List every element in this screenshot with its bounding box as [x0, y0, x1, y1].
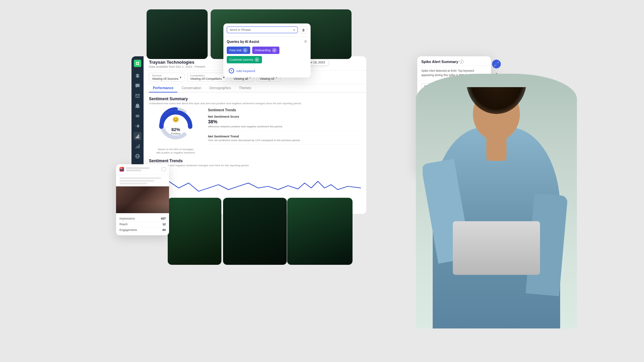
- ai-tag-onboarding[interactable]: Onboarding +: [252, 47, 279, 54]
- ai-tag-free-trial-add[interactable]: +: [243, 48, 248, 53]
- ai-word-phrase-input[interactable]: Word or Phrase ▾: [227, 26, 298, 33]
- sidebar-logo[interactable]: [134, 60, 141, 67]
- donut-text: Positive: [171, 132, 180, 135]
- bg-panel-bottom-center: [223, 198, 287, 265]
- ig-post-image: [116, 186, 169, 213]
- ai-close-button[interactable]: ✕: [304, 39, 307, 44]
- sentiment-trends-title: Sentiment Trends: [208, 108, 361, 112]
- ig-content-line-3: [119, 183, 147, 184]
- ig-impressions-label: Impressions: [119, 217, 135, 220]
- content-area: Sentiment Summary Understand how users f…: [144, 93, 366, 159]
- ig-engagements-label: Engagements: [119, 228, 137, 232]
- ai-tag-onboarding-label: Onboarding: [255, 49, 271, 52]
- ig-header: 📷: [116, 164, 169, 175]
- donut-chart: 😊 82% Positive: [157, 108, 194, 138]
- net-score-value: 38%: [208, 119, 361, 124]
- sidebar-icon-bar-chart[interactable]: [133, 142, 142, 150]
- ig-content-line-1: [119, 177, 161, 179]
- sidebar-icon-list[interactable]: [133, 112, 142, 120]
- net-trend-desc: Your net sentiment score decreased by 11…: [208, 139, 361, 142]
- competitors-label: Competitors: [190, 74, 222, 77]
- ai-tag-customer-journey-add[interactable]: +: [255, 57, 259, 62]
- spike-header: Spike Alert Summary i: [417, 56, 491, 66]
- sentiment-trends-panel: Sentiment Trends Net Sentiment Score 38%…: [208, 108, 361, 155]
- ig-reach-row: Reach 12: [119, 222, 166, 227]
- donut-percent: 82%: [171, 127, 180, 132]
- dashboard-panel: Traysan Technologies Data available from…: [144, 56, 366, 214]
- sources-chevron: ▾: [180, 76, 181, 79]
- competitors-value: Viewing All Competitors: [190, 77, 222, 80]
- ai-popup-body: Queries by AI Assist ✕ Free trial + Onbo…: [223, 37, 311, 77]
- ig-line-2: [126, 170, 141, 171]
- sources-filter[interactable]: Sources Viewing All Sources ▾: [149, 73, 184, 82]
- bg-panel-bottom-left: [168, 198, 221, 265]
- ai-add-keyword-button[interactable]: + Add Keyword: [227, 67, 307, 75]
- ai-tag-customer-journey-label: Customer journey: [229, 58, 253, 61]
- ai-tag-free-trial-label: Free trial: [229, 49, 241, 52]
- ai-delete-button[interactable]: 🗑: [300, 26, 307, 34]
- net-trend-title: Net Sentiment Trend: [208, 134, 361, 138]
- ai-popup-header: Queries by AI Assist ✕: [227, 39, 307, 44]
- ai-add-keyword-circle-icon: +: [229, 68, 234, 73]
- ig-reach-label: Reach: [119, 223, 128, 226]
- bg-panel-bottom-right: [287, 198, 353, 265]
- sidebar-icon-bell[interactable]: [133, 102, 142, 110]
- ai-tags-container: Free trial + Onboarding + Customer journ…: [227, 47, 307, 63]
- net-score-item: Net Sentiment Score 38% difference betwe…: [208, 115, 361, 131]
- sentiment-summary-title: Sentiment Summary: [149, 97, 361, 101]
- ai-tag-onboarding-add[interactable]: +: [272, 48, 277, 53]
- tabs-row: Performance Conversation Demographics Th…: [144, 84, 366, 93]
- sentiment-value: Viewing all: [233, 77, 248, 80]
- sidebar-icon-layers[interactable]: [133, 72, 142, 80]
- ig-reach-value: 12: [163, 223, 166, 226]
- net-score-title: Net Sentiment Score: [208, 115, 361, 118]
- line-chart: [149, 170, 361, 196]
- tab-performance[interactable]: Performance: [149, 84, 177, 93]
- sources-label: Sources: [152, 74, 178, 77]
- instagram-icon: 📷: [119, 167, 124, 172]
- ai-popup: Word or Phrase ▾ 🗑 Queries by AI Assist …: [223, 23, 311, 77]
- instagram-card: 📷 Impressions 437 Reach 12 Engagements 8…: [116, 164, 169, 235]
- competitors-filter[interactable]: Competitors Viewing All Competitors ▾: [187, 73, 228, 82]
- chart-desc: View the positive and negative sentiment…: [149, 164, 361, 167]
- tab-themes[interactable]: Themes: [235, 84, 255, 93]
- sidebar-icon-analytics[interactable]: [133, 132, 142, 140]
- info-icon[interactable]: i: [460, 60, 464, 64]
- ig-text-lines: [126, 167, 160, 171]
- ai-add-keyword-label: Add Keyword: [236, 69, 255, 73]
- sentiment-emoji: 😊: [172, 116, 179, 123]
- donut-label: 82% Positive: [171, 127, 180, 135]
- ai-input-chevron-icon: ▾: [293, 28, 295, 32]
- donut-chart-area: 😊 82% Positive Based on the 56% of messa…: [149, 108, 203, 155]
- bg-panel-top-left: [147, 9, 208, 59]
- themes-value: Viewing All: [260, 77, 274, 80]
- ig-impressions-value: 437: [161, 217, 166, 220]
- net-score-desc: difference between positive and negative…: [208, 125, 361, 128]
- sidebar-icon-chat[interactable]: [133, 82, 142, 90]
- net-trend-item: Net Sentiment Trend Your net sentiment s…: [208, 134, 361, 145]
- sidebar-icon-arrow[interactable]: [133, 122, 142, 130]
- tab-demographics[interactable]: Demographics: [205, 84, 235, 93]
- sentiment-row: 😊 82% Positive Based on the 56% of messa…: [149, 108, 361, 155]
- laptop: [453, 221, 540, 275]
- ai-tag-customer-journey[interactable]: Customer journey +: [227, 56, 262, 63]
- tab-conversation[interactable]: Conversation: [177, 84, 205, 93]
- ai-input-row: Word or Phrase ▾ 🗑: [223, 23, 311, 37]
- donut-sublabel: Based on the 56% of messages with positi…: [156, 148, 196, 155]
- sidebar-icon-mail[interactable]: [133, 92, 142, 100]
- ig-line-1: [126, 167, 150, 169]
- ig-stats: Impressions 437 Reach 12 Engagements 83: [116, 213, 169, 235]
- ai-tag-free-trial[interactable]: Free trial +: [227, 47, 250, 54]
- chart-title: Sentiment Trends: [149, 159, 361, 163]
- sources-value: Viewing All Sources: [152, 77, 178, 80]
- ai-popup-title: Queries by AI Assist: [227, 40, 259, 44]
- ig-engagements-row: Engagements 83: [119, 227, 166, 233]
- ig-engagements-value: 83: [163, 228, 166, 232]
- sidebar-icon-globe[interactable]: [133, 152, 142, 160]
- ig-checkbox[interactable]: [162, 167, 166, 171]
- ig-impressions-row: Impressions 437: [119, 216, 166, 222]
- spike-title: Spike Alert Summary i: [421, 60, 464, 64]
- sentiment-summary-desc: Understand how users feel about this top…: [149, 102, 361, 105]
- chart-section: Sentiment Trends View the positive and n…: [144, 159, 366, 200]
- ai-input-placeholder: Word or Phrase: [230, 28, 251, 32]
